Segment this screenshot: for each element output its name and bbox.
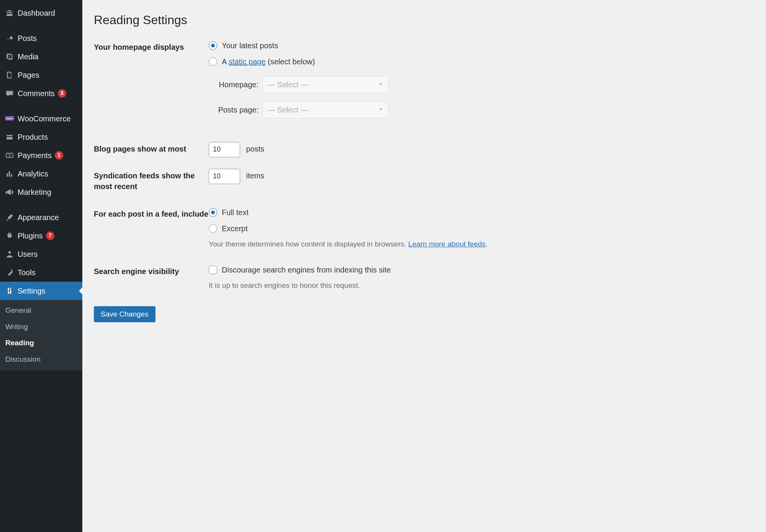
settings-submenu: General Writing Reading Discussion <box>0 300 82 370</box>
sidebar-item-products[interactable]: Products <box>0 128 82 146</box>
sidebar-item-plugins[interactable]: Plugins 7 <box>0 227 82 245</box>
submenu-item-writing[interactable]: Writing <box>0 319 82 335</box>
sidebar-item-payments[interactable]: $ Payments 1 <box>0 146 82 165</box>
radio-static-page[interactable]: A static page (select below) <box>209 56 755 67</box>
sidebar-item-comments[interactable]: Comments 3 <box>0 84 82 103</box>
submenu-item-reading[interactable]: Reading <box>0 335 82 351</box>
homepage-displays-heading: Your homepage displays <box>94 40 209 52</box>
feed-description: Your theme determines how content is dis… <box>209 239 755 250</box>
text: . <box>486 240 488 248</box>
sidebar-item-posts[interactable]: Posts <box>0 29 82 47</box>
woocommerce-icon: woo <box>5 114 15 124</box>
sidebar-item-woocommerce[interactable]: woo WooCommerce <box>0 109 82 128</box>
select-placeholder: — Select — <box>267 104 308 115</box>
settings-icon <box>5 286 15 296</box>
submenu-item-general[interactable]: General <box>0 302 82 319</box>
learn-more-feeds-link[interactable]: Learn more about feeds <box>408 240 486 248</box>
text: (select below) <box>266 57 315 66</box>
radio-excerpt-input[interactable] <box>209 224 217 233</box>
radio-label: Your latest posts <box>222 40 278 51</box>
svg-text:$: $ <box>8 153 11 157</box>
sidebar-item-tools[interactable]: Tools <box>0 263 82 282</box>
sidebar-item-settings[interactable]: Settings <box>0 282 82 300</box>
chevron-down-icon <box>378 79 384 90</box>
page-title: Reading Settings <box>94 11 755 29</box>
sidebar-item-label: Comments <box>18 88 55 99</box>
radio-label: A static page (select below) <box>222 56 315 67</box>
items-suffix: items <box>246 171 265 180</box>
svg-point-4 <box>8 251 11 254</box>
blog-pages-heading: Blog pages show at most <box>94 142 209 154</box>
pages-icon <box>5 70 15 80</box>
sidebar-item-label: Plugins <box>18 230 43 241</box>
settings-form: Your homepage displays Your latest posts… <box>94 40 755 322</box>
posts-suffix: posts <box>246 145 265 153</box>
radio-latest-posts[interactable]: Your latest posts <box>209 40 755 51</box>
brush-icon <box>5 212 15 222</box>
seo-heading: Search engine visibility <box>94 264 209 277</box>
radio-full-text-input[interactable] <box>209 208 217 217</box>
sidebar-item-label: Settings <box>18 286 45 296</box>
checkbox-label: Discourage search engines from indexing … <box>222 264 391 275</box>
radio-full-text[interactable]: Full text <box>209 207 755 218</box>
posts-page-select-label: Posts page: <box>209 104 259 115</box>
payments-count-badge: 1 <box>55 151 63 160</box>
products-icon <box>5 132 15 142</box>
seo-description: It is up to search engines to honor this… <box>209 281 755 291</box>
sidebar-item-analytics[interactable]: Analytics <box>0 165 82 183</box>
sidebar-item-label: Users <box>18 249 38 259</box>
radio-excerpt[interactable]: Excerpt <box>209 223 755 234</box>
payments-icon: $ <box>5 150 15 160</box>
plug-icon <box>5 231 15 241</box>
plugins-count-badge: 7 <box>46 232 54 240</box>
media-icon <box>5 52 15 62</box>
text: Your theme determines how content is dis… <box>209 240 408 248</box>
posts-per-page-input[interactable] <box>209 142 240 157</box>
sidebar-item-pages[interactable]: Pages <box>0 66 82 84</box>
radio-label: Excerpt <box>222 223 248 234</box>
sidebar-item-label: Dashboard <box>18 8 55 18</box>
discourage-index-checkbox-row[interactable]: Discourage search engines from indexing … <box>209 264 755 275</box>
sidebar-item-label: Payments <box>18 150 52 161</box>
megaphone-icon <box>5 187 15 197</box>
sidebar-item-marketing[interactable]: Marketing <box>0 183 82 201</box>
chevron-down-icon <box>378 104 384 115</box>
sidebar-item-label: Appearance <box>18 212 59 223</box>
user-icon <box>5 249 15 259</box>
sidebar-item-dashboard[interactable]: Dashboard <box>0 4 82 22</box>
comments-count-badge: 3 <box>58 89 66 98</box>
svg-text:woo: woo <box>6 117 13 120</box>
posts-per-rss-input[interactable] <box>209 169 240 184</box>
comment-icon <box>5 88 15 98</box>
select-placeholder: — Select — <box>267 79 308 90</box>
sidebar-item-label: Marketing <box>18 187 51 197</box>
text: A <box>222 57 229 66</box>
analytics-icon <box>5 169 15 179</box>
sidebar-item-media[interactable]: Media <box>0 47 82 66</box>
homepage-select[interactable]: — Select — <box>262 76 389 93</box>
radio-latest-posts-input[interactable] <box>209 41 217 50</box>
homepage-select-label: Homepage: <box>209 79 259 90</box>
posts-page-select[interactable]: — Select — <box>262 101 389 118</box>
pin-icon <box>5 33 15 43</box>
syndication-heading: Syndication feeds show the most recent <box>94 169 209 192</box>
discourage-index-checkbox[interactable] <box>209 266 217 274</box>
sidebar-item-label: Tools <box>18 267 36 278</box>
sidebar-item-appearance[interactable]: Appearance <box>0 208 82 227</box>
save-changes-button[interactable]: Save Changes <box>94 306 155 322</box>
submenu-item-discussion[interactable]: Discussion <box>0 351 82 368</box>
dashboard-icon <box>5 8 15 18</box>
wrench-icon <box>5 268 15 277</box>
sidebar-item-users[interactable]: Users <box>0 245 82 263</box>
sidebar-item-label: Products <box>18 132 48 142</box>
main-content: Reading Settings Your homepage displays … <box>82 0 766 532</box>
admin-sidebar: Dashboard Posts Media Pages Comments 3 w… <box>0 0 82 532</box>
sidebar-item-label: Media <box>18 51 38 62</box>
radio-label: Full text <box>222 207 249 218</box>
radio-static-page-input[interactable] <box>209 57 217 66</box>
sidebar-item-label: Pages <box>18 70 39 80</box>
static-page-link[interactable]: static page <box>229 57 266 66</box>
sidebar-item-label: Posts <box>18 33 37 44</box>
sidebar-item-label: WooCommerce <box>18 113 71 124</box>
feed-content-heading: For each post in a feed, include <box>94 207 209 219</box>
